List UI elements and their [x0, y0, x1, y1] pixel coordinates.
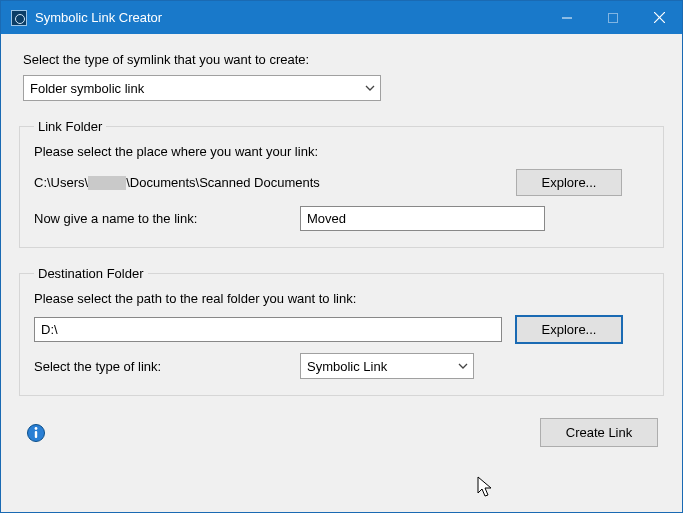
- content-area: Select the type of symlink that you want…: [1, 34, 682, 461]
- close-icon: [654, 12, 665, 23]
- link-type-label: Select the type of link:: [34, 359, 286, 374]
- window-title: Symbolic Link Creator: [35, 10, 162, 25]
- link-place-label: Please select the place where you want y…: [34, 144, 649, 159]
- svg-rect-1: [609, 13, 618, 22]
- close-button[interactable]: [636, 1, 682, 34]
- maximize-icon: [608, 13, 618, 23]
- dest-path-input[interactable]: [34, 317, 502, 342]
- info-icon: [26, 423, 46, 443]
- symlink-type-label: Select the type of symlink that you want…: [23, 52, 660, 67]
- link-folder-group: Link Folder Please select the place wher…: [19, 119, 664, 248]
- svg-rect-6: [35, 431, 37, 438]
- info-button[interactable]: [25, 422, 47, 444]
- titlebar: Symbolic Link Creator: [1, 1, 682, 34]
- link-type-value: Symbolic Link: [307, 359, 387, 374]
- maximize-button: [590, 1, 636, 34]
- symlink-type-value: Folder symbolic link: [30, 81, 144, 96]
- destination-folder-legend: Destination Folder: [34, 266, 148, 281]
- dest-explore-button[interactable]: Explore...: [516, 316, 622, 343]
- create-link-button[interactable]: Create Link: [540, 418, 658, 447]
- minimize-icon: [562, 13, 572, 23]
- link-name-input[interactable]: [300, 206, 545, 231]
- footer-row: Create Link: [19, 414, 664, 447]
- svg-point-5: [35, 427, 38, 430]
- dest-path-label: Please select the path to the real folde…: [34, 291, 649, 306]
- app-window: Symbolic Link Creator Select the type of…: [0, 0, 683, 513]
- link-type-select[interactable]: Symbolic Link: [300, 353, 474, 379]
- redacted-username: [88, 176, 126, 190]
- symlink-type-select[interactable]: Folder symbolic link: [23, 75, 381, 101]
- link-place-input[interactable]: C:\Users\\Documents\Scanned Documents: [34, 175, 502, 190]
- link-explore-button[interactable]: Explore...: [516, 169, 622, 196]
- app-icon: [11, 10, 27, 26]
- link-folder-legend: Link Folder: [34, 119, 106, 134]
- link-name-label: Now give a name to the link:: [34, 211, 286, 226]
- minimize-button[interactable]: [544, 1, 590, 34]
- destination-folder-group: Destination Folder Please select the pat…: [19, 266, 664, 396]
